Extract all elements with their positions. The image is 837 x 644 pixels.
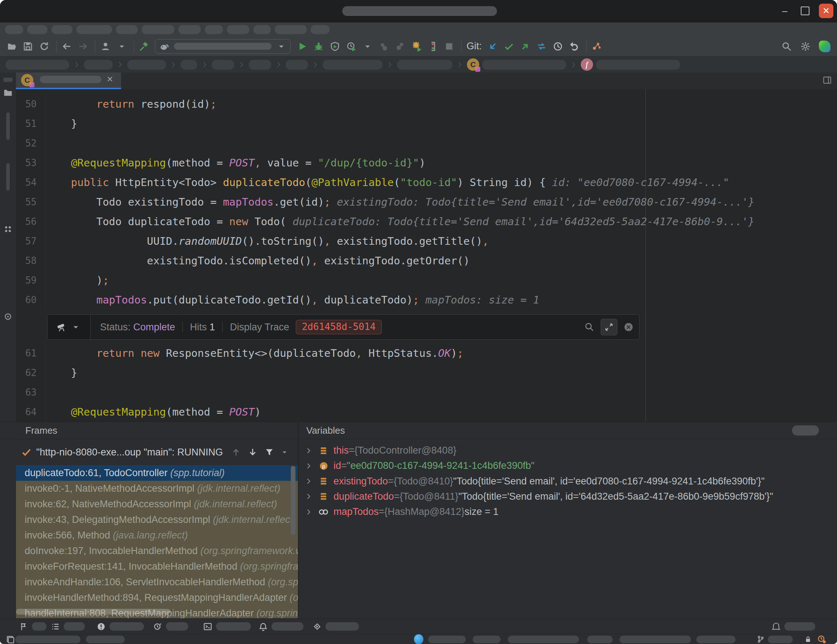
code-editor[interactable]: 50 return respond(id);51 }5253 @RequestM… — [16, 89, 837, 422]
caret-down-icon[interactable] — [116, 41, 128, 52]
expand-chevron-icon[interactable] — [305, 493, 312, 500]
editor-tab[interactable]: C ✕ — [16, 72, 121, 89]
build-hammer-icon[interactable] — [138, 41, 150, 52]
git-merge-icon[interactable] — [536, 41, 547, 52]
thread-selector[interactable]: "http-nio-8080-exe...oup "main": RUNNING — [16, 442, 298, 462]
expand-chevron-icon[interactable] — [305, 447, 312, 455]
caret-down-icon[interactable] — [362, 41, 373, 52]
close-button[interactable]: ✕ — [819, 3, 834, 18]
frame-row[interactable]: invoke:43, DelegatingMethodAccessorImpl … — [16, 512, 298, 527]
menu-item-redacted-2[interactable] — [51, 25, 72, 34]
search-small-icon[interactable] — [584, 322, 595, 332]
menu-item-redacted-11[interactable] — [311, 25, 330, 34]
expand-chevron-icon[interactable] — [305, 477, 312, 485]
caret-down-icon[interactable] — [70, 322, 81, 332]
frame-row[interactable]: invokeForRequest:141, InvocableHandlerMe… — [16, 559, 298, 574]
git-update-icon[interactable] — [487, 41, 499, 52]
tab-close-icon[interactable]: ✕ — [107, 75, 113, 84]
breadcrumb-item-redacted-1[interactable] — [84, 60, 113, 70]
search-icon[interactable] — [781, 41, 792, 52]
frame-row[interactable]: duplicateTodo:61, TodoController (spp.tu… — [16, 465, 298, 481]
stripe-handle[interactable] — [3, 77, 13, 82]
breadcrumb-item-redacted-7[interactable] — [323, 60, 382, 70]
remote-bug-icon[interactable] — [427, 41, 438, 52]
breadcrumb-item-redacted-4[interactable] — [212, 60, 234, 70]
filter-funnel-icon[interactable] — [264, 447, 274, 457]
frame-row[interactable]: doInvoke:197, InvocableHandlerMethod (or… — [16, 543, 298, 559]
branch-icon[interactable] — [756, 634, 765, 644]
variables-header-pill[interactable] — [792, 426, 819, 435]
save-icon[interactable] — [22, 41, 34, 52]
debug-tab[interactable] — [258, 619, 304, 634]
frame-row[interactable]: invokeHandlerMethod:894, RequestMappingH… — [16, 590, 298, 606]
frame-row[interactable]: invoke:566, Method (java.lang.reflect) — [16, 527, 298, 543]
run-icon[interactable] — [297, 41, 308, 52]
run-configuration-combo[interactable] — [155, 39, 291, 54]
status-item-redacted[interactable] — [696, 634, 735, 644]
open-folder-icon[interactable] — [6, 41, 17, 52]
trace-expand-button[interactable] — [601, 319, 617, 335]
lock-icon[interactable] — [804, 634, 812, 644]
menu-item-redacted-1[interactable] — [27, 25, 48, 34]
attach2-dim-icon[interactable] — [394, 41, 406, 52]
stop-icon[interactable] — [443, 41, 455, 52]
attach-dim-icon[interactable] — [378, 41, 390, 52]
breadcrumb-class-redacted[interactable] — [482, 60, 566, 70]
menu-item-redacted-5[interactable] — [142, 25, 174, 34]
frames-horizontal-scrollbar[interactable] — [16, 609, 171, 614]
debug-tab[interactable] — [19, 619, 46, 634]
status-item-redacted[interactable] — [619, 634, 691, 644]
frame-row[interactable]: invoke0:-1, NativeMethodAccessorImpl (jd… — [16, 481, 298, 496]
menu-item-redacted-0[interactable] — [5, 25, 23, 34]
status-item-redacted[interactable] — [15, 634, 80, 644]
thread-dropdown-caret-icon[interactable] — [280, 448, 289, 457]
back-icon[interactable] — [61, 41, 72, 52]
variable-row[interactable]: this = {TodoController@8408} — [299, 443, 837, 458]
history-icon[interactable] — [552, 41, 564, 52]
debug-tab[interactable] — [97, 619, 144, 634]
forward-icon[interactable] — [77, 41, 89, 52]
expand-chevron-icon[interactable] — [305, 508, 312, 516]
variable-row[interactable]: mapTodos = {HashMap@8412} size = 1 — [299, 504, 837, 520]
commit-dots-icon[interactable] — [0, 225, 16, 233]
frame-up-icon[interactable] — [231, 447, 241, 457]
debug-tab[interactable] — [203, 619, 251, 634]
breadcrumb-function-redacted[interactable] — [596, 60, 680, 70]
git-commit-icon[interactable] — [503, 41, 515, 52]
status-item-redacted[interactable] — [508, 634, 579, 644]
status-item-redacted[interactable] — [86, 634, 125, 644]
minimize-button[interactable]: – — [778, 5, 791, 17]
variable-row[interactable]: duplicateTodo = {Todo@8411} "Todo{title=… — [299, 489, 837, 504]
services-icon[interactable] — [411, 41, 422, 52]
rollback-icon[interactable] — [568, 41, 580, 52]
trace-bar-tool[interactable] — [48, 315, 90, 339]
sync-icon[interactable] — [38, 41, 50, 52]
debug-icon[interactable] — [313, 41, 325, 52]
breadcrumb-item-redacted-8[interactable] — [397, 60, 452, 70]
status-item-redacted[interactable] — [473, 634, 501, 644]
debug-tab[interactable] — [312, 619, 359, 634]
menu-item-redacted-3[interactable] — [77, 25, 112, 34]
trace-close-icon[interactable] — [623, 322, 634, 332]
editor-layout-icon[interactable] — [822, 76, 832, 86]
breadcrumb-item-redacted-2[interactable] — [127, 60, 166, 70]
breadcrumb-item-redacted-6[interactable] — [286, 60, 308, 70]
menu-item-redacted-10[interactable] — [275, 25, 307, 34]
breadcrumb-item-redacted-5[interactable] — [249, 60, 271, 70]
coverage-icon[interactable] — [329, 41, 341, 52]
ide-logo-icon[interactable] — [819, 41, 830, 52]
user-icon[interactable] — [100, 41, 111, 52]
variable-row[interactable]: pid = "ee0d7080-c167-4994-9241-1c4b6fe39… — [299, 458, 837, 473]
frame-row[interactable]: invokeAndHandle:106, ServletInvocableHan… — [16, 574, 298, 590]
git-push-icon[interactable] — [519, 41, 531, 52]
status-item-redacted[interactable] — [587, 634, 613, 644]
frame-row[interactable]: invoke:62, NativeMethodAccessorImpl (jdk… — [16, 496, 298, 512]
menu-item-redacted-7[interactable] — [205, 25, 223, 34]
maximize-button[interactable] — [801, 7, 809, 15]
expand-chevron-icon[interactable] — [305, 462, 312, 470]
stripe-bar-2[interactable] — [6, 163, 10, 191]
breadcrumb-item-redacted-3[interactable] — [181, 60, 197, 70]
menu-item-redacted-4[interactable] — [116, 25, 138, 34]
caret-down-icon[interactable] — [276, 41, 287, 52]
debug-tab[interactable] — [153, 619, 188, 634]
